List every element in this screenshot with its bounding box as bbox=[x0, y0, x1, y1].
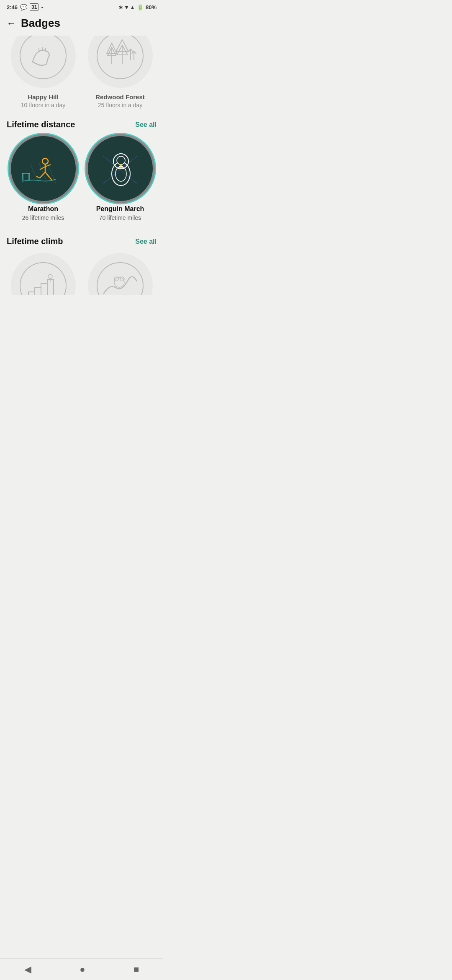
lifetime-climb-badges-partial bbox=[0, 253, 163, 295]
section-title-lifetime-climb: Lifetime climb bbox=[7, 237, 63, 246]
back-button[interactable]: ← bbox=[7, 18, 16, 29]
svg-point-14 bbox=[42, 158, 48, 164]
section-title-lifetime-distance: Lifetime distance bbox=[7, 120, 75, 129]
svg-point-29 bbox=[117, 156, 125, 165]
section-header-lifetime-climb: Lifetime climb See all bbox=[0, 234, 163, 253]
section-header-lifetime-distance: Lifetime distance See all bbox=[0, 117, 163, 136]
svg-line-19 bbox=[36, 176, 40, 178]
calendar-icon: 31 bbox=[30, 3, 39, 11]
badge-circle-penguin bbox=[88, 136, 153, 201]
penguin-badge-desc: 70 lifetime miles bbox=[99, 214, 141, 222]
marathon-badge-desc: 26 lifetime miles bbox=[22, 214, 64, 222]
svg-point-37 bbox=[48, 274, 52, 279]
svg-line-22 bbox=[31, 165, 39, 183]
svg-point-4 bbox=[97, 36, 143, 79]
battery-percent: 80% bbox=[146, 4, 157, 10]
top-badges-row bbox=[0, 36, 163, 90]
climb-badge-circle-2 bbox=[88, 253, 153, 295]
badge-item-marathon[interactable]: Marathon 26 lifetime miles bbox=[7, 136, 80, 222]
climb-badge-1[interactable] bbox=[7, 253, 80, 295]
svg-rect-13 bbox=[22, 173, 30, 174]
svg-point-32 bbox=[20, 263, 66, 295]
lifetime-distance-badges: Marathon 26 lifetime miles bbox=[0, 136, 163, 230]
badge-circle-marathon bbox=[11, 136, 76, 201]
svg-rect-34 bbox=[35, 288, 41, 295]
svg-line-21 bbox=[49, 177, 52, 181]
svg-point-42 bbox=[120, 277, 124, 281]
battery-icon: 🔋 bbox=[137, 4, 144, 10]
badge-item-redwood[interactable] bbox=[84, 36, 157, 88]
badge-item-penguin[interactable]: Penguin March 70 lifetime miles bbox=[84, 136, 157, 222]
chat-icon: 💬 bbox=[20, 4, 27, 10]
svg-point-40 bbox=[114, 277, 124, 287]
status-bar: 2:46 💬 31 ● ∗ ▾ ▲ 🔋 80% bbox=[0, 0, 163, 13]
marathon-badge-name: Marathon bbox=[28, 205, 58, 213]
bluetooth-icon: ∗ bbox=[118, 4, 123, 10]
signal-icon: ▲ bbox=[130, 5, 135, 10]
badge-circle-happy-hill bbox=[11, 36, 76, 88]
climb-badge-2[interactable] bbox=[84, 253, 157, 295]
penguin-badge-name: Penguin March bbox=[96, 205, 144, 213]
svg-rect-33 bbox=[28, 292, 35, 295]
badge-circle-redwood bbox=[88, 36, 153, 88]
svg-point-41 bbox=[114, 277, 118, 281]
badge-label-redwood: Redwood Forest 25 floors in a day bbox=[84, 93, 157, 109]
dot-indicator: ● bbox=[41, 5, 43, 9]
page-header: ← Badges bbox=[0, 13, 163, 36]
see-all-lifetime-distance[interactable]: See all bbox=[135, 121, 157, 129]
svg-rect-35 bbox=[41, 284, 47, 295]
wifi-icon: ▾ bbox=[125, 4, 128, 10]
svg-point-0 bbox=[20, 36, 66, 79]
svg-line-18 bbox=[40, 172, 45, 178]
badge-label-happy-hill: Happy Hill 10 floors in a day bbox=[7, 93, 80, 109]
status-time: 2:46 bbox=[7, 4, 18, 10]
climb-badge-circle-1 bbox=[11, 253, 76, 295]
see-all-lifetime-climb[interactable]: See all bbox=[135, 238, 157, 245]
page-title: Badges bbox=[21, 17, 60, 30]
svg-line-17 bbox=[45, 165, 51, 167]
svg-line-16 bbox=[40, 167, 45, 170]
svg-line-20 bbox=[45, 172, 49, 177]
badge-item-happy-hill[interactable] bbox=[7, 36, 80, 88]
